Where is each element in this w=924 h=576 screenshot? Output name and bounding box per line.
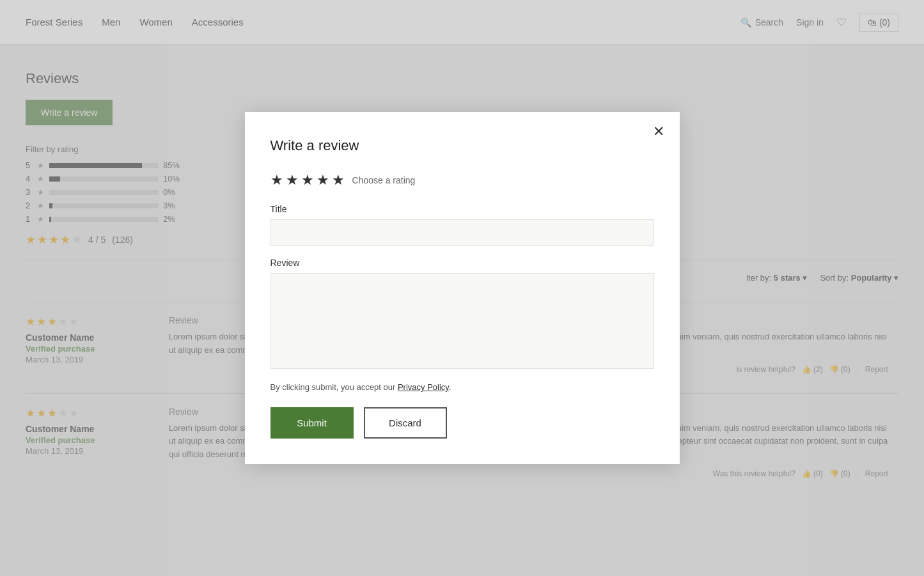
rating-placeholder: Choose a rating bbox=[352, 175, 416, 185]
modal-buttons: Submit Discard bbox=[270, 407, 654, 439]
modal-star-3[interactable]: ★ bbox=[301, 172, 314, 189]
policy-suffix: . bbox=[449, 382, 451, 392]
modal-star-1[interactable]: ★ bbox=[270, 172, 283, 189]
modal-star-4[interactable]: ★ bbox=[317, 172, 329, 189]
modal-title: Write a review bbox=[270, 137, 654, 154]
modal-star-5[interactable]: ★ bbox=[332, 172, 345, 189]
discard-button[interactable]: Discard bbox=[364, 407, 447, 439]
policy-text: By clicking submit, you accept our Priva… bbox=[270, 382, 654, 392]
modal-overlay: ✕ Write a review ★ ★ ★ ★ ★ Choose a rati… bbox=[0, 0, 924, 523]
title-input[interactable] bbox=[270, 219, 654, 246]
policy-prefix: By clicking submit, you accept our bbox=[270, 382, 398, 392]
review-textarea[interactable] bbox=[270, 273, 654, 369]
title-label: Title bbox=[270, 204, 654, 214]
privacy-policy-link[interactable]: Privacy Policy bbox=[398, 382, 449, 392]
write-review-modal: ✕ Write a review ★ ★ ★ ★ ★ Choose a rati… bbox=[245, 112, 680, 464]
modal-star-2[interactable]: ★ bbox=[286, 172, 299, 189]
submit-button[interactable]: Submit bbox=[270, 407, 354, 439]
star-rating-selector[interactable]: ★ ★ ★ ★ ★ Choose a rating bbox=[270, 172, 654, 189]
modal-close-button[interactable]: ✕ bbox=[653, 125, 664, 139]
star-selector-stars[interactable]: ★ ★ ★ ★ ★ bbox=[270, 172, 345, 189]
review-label: Review bbox=[270, 258, 654, 268]
